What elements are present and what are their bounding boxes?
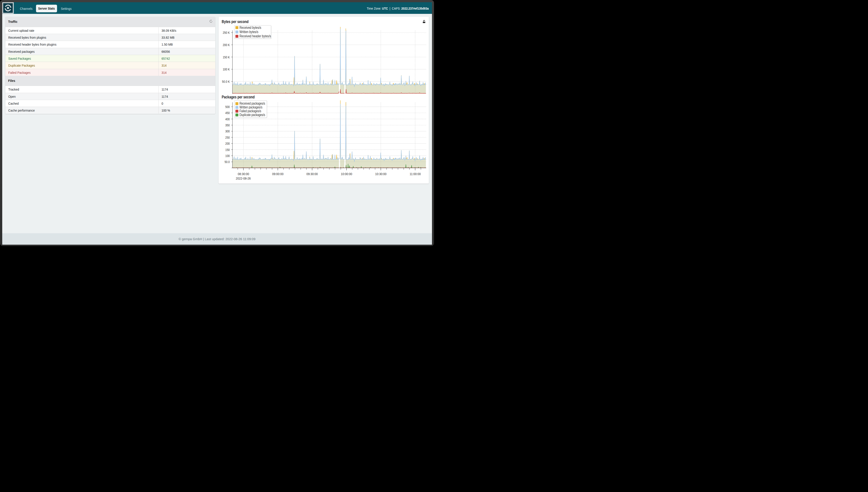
svg-text:150 K: 150 K bbox=[223, 55, 230, 59]
svg-text:09:30:00: 09:30:00 bbox=[307, 172, 318, 176]
svg-text:10:30:00: 10:30:00 bbox=[375, 172, 387, 176]
svg-text:08:30:00: 08:30:00 bbox=[238, 172, 249, 176]
svg-text:400: 400 bbox=[225, 117, 230, 121]
svg-text:Received packages/s: Received packages/s bbox=[239, 101, 265, 105]
svg-text:300: 300 bbox=[225, 129, 230, 133]
svg-text:500: 500 bbox=[225, 105, 230, 109]
svg-text:250: 250 bbox=[225, 136, 230, 140]
svg-text:350: 350 bbox=[225, 123, 230, 127]
svg-text:100 K: 100 K bbox=[223, 68, 230, 71]
svg-text:Duplicate packages/s: Duplicate packages/s bbox=[239, 113, 265, 117]
svg-text:250 K: 250 K bbox=[223, 31, 230, 35]
svg-text:50.0: 50.0 bbox=[225, 160, 230, 164]
svg-text:Received header bytes/s: Received header bytes/s bbox=[239, 34, 271, 38]
svg-text:200 K: 200 K bbox=[223, 43, 230, 47]
svg-text:450: 450 bbox=[225, 111, 230, 115]
svg-text:10:00:00: 10:00:00 bbox=[341, 172, 352, 176]
svg-text:Written bytes/s: Written bytes/s bbox=[239, 30, 258, 34]
svg-text:09:00:00: 09:00:00 bbox=[272, 172, 284, 176]
svg-text:Failed packages/s: Failed packages/s bbox=[239, 109, 261, 113]
svg-text:Received bytes/s: Received bytes/s bbox=[239, 25, 261, 29]
svg-text:2022-08-26: 2022-08-26 bbox=[236, 177, 251, 180]
svg-text:150: 150 bbox=[225, 148, 230, 152]
svg-text:11:00:00: 11:00:00 bbox=[410, 172, 421, 176]
svg-text:Written packages/s: Written packages/s bbox=[239, 105, 262, 109]
svg-text:200: 200 bbox=[225, 142, 230, 146]
svg-text:100: 100 bbox=[225, 154, 230, 158]
svg-text:50.0 K: 50.0 K bbox=[222, 80, 230, 83]
